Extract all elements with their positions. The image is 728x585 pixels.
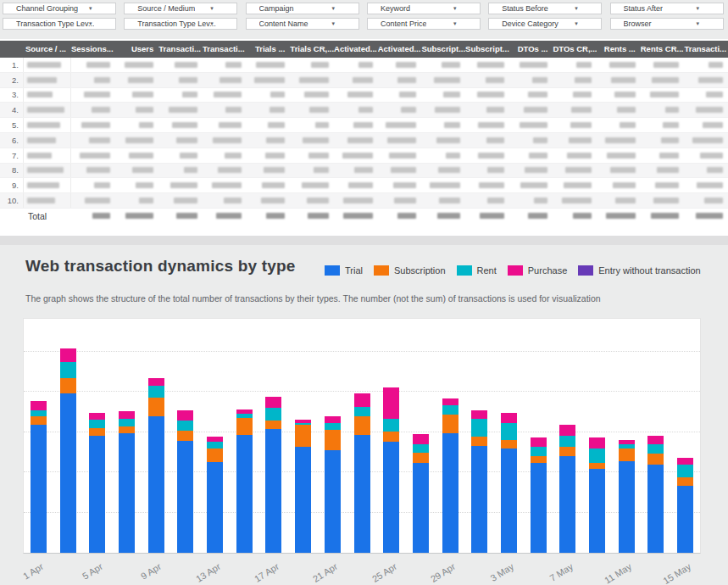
bar-segment-subscription-15-may[interactable] <box>677 477 693 486</box>
col-header-source-0[interactable]: Source / ... <box>24 41 71 58</box>
bar-segment-purchase-15-apr[interactable] <box>236 410 253 414</box>
filter-campaign[interactable]: Campaign▾ <box>246 3 359 14</box>
bar-segment-trial-5-may[interactable] <box>531 463 547 553</box>
col-header-transacti-4[interactable]: Transacti... <box>203 41 247 58</box>
bar-segment-purchase-17-apr[interactable] <box>265 397 281 408</box>
bar-segment-rent-23-apr[interactable] <box>354 407 370 416</box>
bar-segment-subscription-5-may[interactable] <box>531 456 547 463</box>
col-header-dtos-cr-12[interactable]: DTOs CR,... <box>553 41 597 58</box>
bar-segment-subscription-25-apr[interactable] <box>383 432 399 442</box>
bar-segment-rent-15-apr[interactable] <box>236 414 253 419</box>
bar-segment-trial-13-apr[interactable] <box>207 462 223 553</box>
bar-segment-purchase-1-apr[interactable] <box>31 401 47 410</box>
bar-segment-trial-1-may[interactable] <box>471 446 487 553</box>
bar-segment-rent-29-apr[interactable] <box>442 405 458 414</box>
bar-segment-subscription-13-apr[interactable] <box>207 448 223 462</box>
bar-segment-rent-5-may[interactable] <box>531 447 547 456</box>
bar-segment-rent-13-may[interactable] <box>647 444 664 454</box>
col-header-transacti-3[interactable]: Transacti... <box>158 41 203 58</box>
bar-segment-purchase-7-apr[interactable] <box>119 411 135 420</box>
col-header-subscript-10[interactable]: Subscript... <box>465 41 509 58</box>
bar-segment-trial-27-apr[interactable] <box>413 463 429 553</box>
bar-segment-purchase-23-apr[interactable] <box>354 393 370 407</box>
bar-segment-purchase-5-may[interactable] <box>531 437 547 446</box>
bar-segment-trial-29-apr[interactable] <box>442 433 458 553</box>
bar-segment-trial-1-apr[interactable] <box>31 425 47 553</box>
bar-segment-subscription-27-apr[interactable] <box>413 453 429 462</box>
bar-segment-purchase-1-may[interactable] <box>471 410 487 419</box>
bar-segment-rent-7-apr[interactable] <box>119 419 135 426</box>
bar-segment-subscription-9-may[interactable] <box>589 463 605 470</box>
bar-segment-trial-23-apr[interactable] <box>354 435 370 553</box>
bar-segment-trial-19-apr[interactable] <box>295 447 311 553</box>
col-header-transacti-15[interactable]: Transacti... <box>684 41 728 58</box>
bar-segment-trial-15-may[interactable] <box>677 486 693 553</box>
col-header-activated-7[interactable]: Activated... <box>334 41 378 58</box>
filter-source-medium[interactable]: Source / Medium▾ <box>124 3 237 14</box>
bar-segment-rent-1-apr[interactable] <box>31 410 47 417</box>
bar-segment-rent-7-may[interactable] <box>559 436 575 446</box>
bar-segment-subscription-1-apr[interactable] <box>31 416 47 425</box>
bar-segment-purchase-13-may[interactable] <box>647 436 664 444</box>
bar-segment-purchase-27-apr[interactable] <box>413 434 429 443</box>
bar-segment-purchase-9-apr[interactable] <box>148 378 164 387</box>
bar-segment-rent-9-apr[interactable] <box>148 386 164 397</box>
bar-segment-purchase-3-may[interactable] <box>501 413 517 423</box>
col-header-activated-8[interactable]: Activated... <box>378 41 422 58</box>
bar-segment-subscription-5-apr[interactable] <box>89 428 105 437</box>
col-header-rents-cr-14[interactable]: Rents CR... <box>641 41 685 58</box>
bar-segment-rent-9-may[interactable] <box>589 448 605 462</box>
col-header-sessions-1[interactable]: Sessions... <box>71 41 115 58</box>
bar-segment-purchase-5-apr[interactable] <box>89 413 105 421</box>
bar-segment-trial-17-apr[interactable] <box>265 429 281 553</box>
bar-segment-trial-15-apr[interactable] <box>236 435 253 553</box>
filter-transaction-type-lev-2[interactable]: Transaction Type Lev...▾ <box>124 18 237 30</box>
bar-segment-subscription-1-may[interactable] <box>471 437 487 445</box>
bar-segment-rent-17-apr[interactable] <box>265 408 281 421</box>
col-header-users-2[interactable]: Users <box>115 41 159 58</box>
bar-segment-trial-11-apr[interactable] <box>177 441 193 553</box>
bar-segment-purchase-9-may[interactable] <box>589 437 605 448</box>
bar-segment-subscription-29-apr[interactable] <box>442 415 458 434</box>
bar-segment-subscription-13-may[interactable] <box>647 454 664 464</box>
bar-segment-subscription-9-apr[interactable] <box>148 398 164 416</box>
bar-segment-rent-19-apr[interactable] <box>295 423 311 425</box>
bar-segment-trial-25-apr[interactable] <box>383 442 399 553</box>
filter-keyword[interactable]: Keyword▾ <box>367 3 481 14</box>
bar-segment-subscription-21-apr[interactable] <box>325 430 341 451</box>
filter-transaction-type-lev[interactable]: Transaction Type Lev...▾ <box>3 18 116 30</box>
bar-segment-subscription-17-apr[interactable] <box>265 421 281 429</box>
bar-segment-rent-25-apr[interactable] <box>383 419 399 431</box>
filter-channel-grouping[interactable]: Channel Grouping▾ <box>3 3 116 14</box>
col-header-dtos-11[interactable]: DTOs ... <box>509 41 553 58</box>
bar-segment-subscription-7-may[interactable] <box>559 447 575 456</box>
bar-segment-purchase-7-may[interactable] <box>559 425 575 436</box>
bar-segment-rent-5-apr[interactable] <box>89 420 105 428</box>
bar-segment-purchase-29-apr[interactable] <box>442 398 458 406</box>
bar-segment-rent-3-may[interactable] <box>501 423 517 440</box>
bar-segment-trial-3-may[interactable] <box>501 448 517 554</box>
bar-segment-rent-15-may[interactable] <box>677 465 693 477</box>
bar-segment-trial-7-may[interactable] <box>559 456 575 553</box>
bar-segment-purchase-15-may[interactable] <box>677 458 693 465</box>
bar-segment-purchase-19-apr[interactable] <box>295 420 311 423</box>
bar-segment-purchase-11-may[interactable] <box>619 440 635 444</box>
bar-segment-trial-9-apr[interactable] <box>148 416 164 554</box>
bar-segment-trial-21-apr[interactable] <box>325 450 341 553</box>
col-header-subscript-9[interactable]: Subscript... <box>421 41 465 58</box>
bar-segment-trial-11-may[interactable] <box>619 461 635 553</box>
bar-segment-rent-1-may[interactable] <box>471 419 487 437</box>
bar-segment-purchase-11-apr[interactable] <box>177 410 193 421</box>
bar-segment-rent-13-apr[interactable] <box>207 442 223 448</box>
bar-segment-purchase-21-apr[interactable] <box>325 416 341 424</box>
bar-segment-purchase-25-apr[interactable] <box>383 387 399 419</box>
filter-status-before[interactable]: Status Before▾ <box>488 3 602 14</box>
bar-segment-subscription-3-apr[interactable] <box>60 378 76 393</box>
bar-segment-rent-11-apr[interactable] <box>177 421 193 430</box>
bar-segment-subscription-15-apr[interactable] <box>236 418 253 435</box>
bar-segment-subscription-7-apr[interactable] <box>119 426 135 434</box>
bar-segment-purchase-13-apr[interactable] <box>207 437 223 442</box>
bar-segment-trial-3-apr[interactable] <box>60 393 76 553</box>
bar-segment-trial-7-apr[interactable] <box>119 433 135 553</box>
bar-segment-trial-13-may[interactable] <box>647 465 664 554</box>
